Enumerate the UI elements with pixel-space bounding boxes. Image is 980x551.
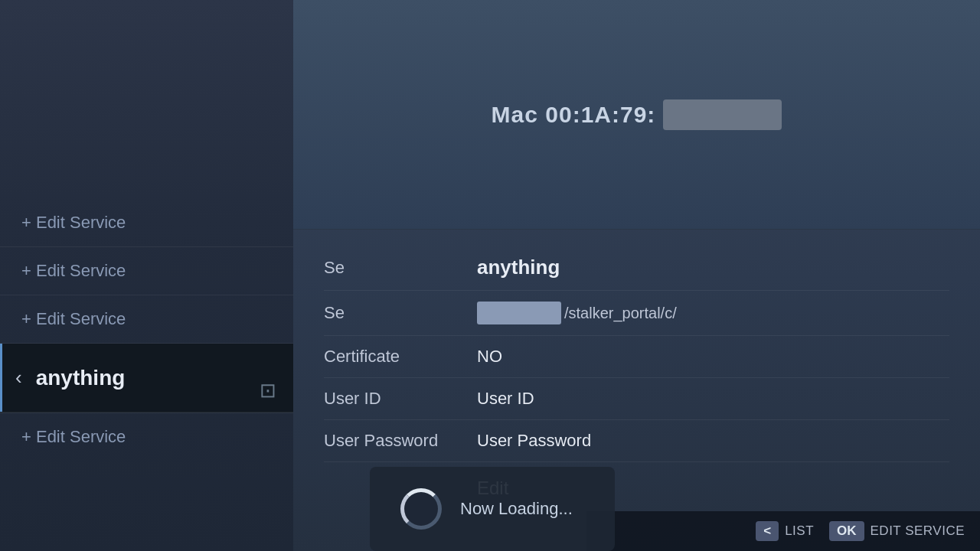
certificate-value: NO <box>477 347 502 367</box>
password-value: User Password <box>477 431 591 451</box>
service-detail: Se anything Se /stalker_portal/c/ Certif… <box>293 230 980 551</box>
main-container: + Edit Service + Edit Service + Edit Ser… <box>0 0 980 551</box>
userid-value: User ID <box>477 389 534 409</box>
sidebar-active-label: anything <box>36 366 126 390</box>
sidebar-item-5-label: + Edit Service <box>21 427 126 446</box>
url-prefix-box <box>477 302 561 324</box>
service-url-value: /stalker_portal/c/ <box>477 302 677 324</box>
tv-icon: ⊡ <box>260 379 276 403</box>
sidebar-item-5[interactable]: + Edit Service <box>0 412 293 461</box>
sidebar-upper-items: + Edit Service + Edit Service + Edit Ser… <box>0 199 293 412</box>
mac-value-box <box>663 99 782 130</box>
ok-key: OK <box>829 521 864 541</box>
list-key: < <box>756 521 779 541</box>
sidebar-item-2-label: + Edit Service <box>21 261 126 281</box>
ok-label: EDIT SERVICE <box>871 523 965 539</box>
ok-btn[interactable]: OK EDIT SERVICE <box>829 521 965 541</box>
list-btn[interactable]: < LIST <box>756 521 814 541</box>
userid-label: User ID <box>324 389 477 409</box>
detail-row-service-url: Se /stalker_portal/c/ <box>324 291 949 336</box>
bottom-bar: < LIST OK EDIT SERVICE <box>586 511 980 551</box>
url-suffix: /stalker_portal/c/ <box>564 305 677 322</box>
sidebar-item-3[interactable]: + Edit Service <box>0 295 293 344</box>
sidebar-item-2[interactable]: + Edit Service <box>0 247 293 295</box>
sidebar: + Edit Service + Edit Service + Edit Ser… <box>0 0 293 551</box>
mac-label: Mac 00:1A:79: <box>492 102 656 128</box>
sidebar-item-1[interactable]: + Edit Service <box>0 199 293 247</box>
service-name-label: Se <box>324 258 477 278</box>
detail-row-certificate: Certificate NO <box>324 336 949 378</box>
service-url-label: Se <box>324 303 477 323</box>
certificate-label: Certificate <box>324 347 477 367</box>
loading-spinner <box>400 488 442 530</box>
sidebar-item-3-label: + Edit Service <box>21 309 126 329</box>
content-area: Mac 00:1A:79: Se anything Se /stalker_po… <box>293 0 980 551</box>
list-label: LIST <box>785 523 814 539</box>
back-arrow-icon: ‹ <box>15 366 22 390</box>
detail-row-service-name: Se anything <box>324 245 949 291</box>
detail-row-userid: User ID User ID <box>324 378 949 420</box>
loading-overlay: Now Loading... <box>370 467 615 551</box>
sidebar-item-active[interactable]: ‹ anything ⊡ <box>0 344 293 412</box>
top-section: Mac 00:1A:79: <box>293 0 980 230</box>
service-name-value: anything <box>477 256 560 279</box>
sidebar-bottom: + Edit Service <box>0 412 293 461</box>
password-label: User Password <box>324 431 477 451</box>
loading-text: Now Loading... <box>460 499 573 519</box>
detail-row-password: User Password User Password <box>324 420 949 462</box>
sidebar-item-1-label: + Edit Service <box>21 213 126 233</box>
mac-display: Mac 00:1A:79: <box>492 99 782 130</box>
